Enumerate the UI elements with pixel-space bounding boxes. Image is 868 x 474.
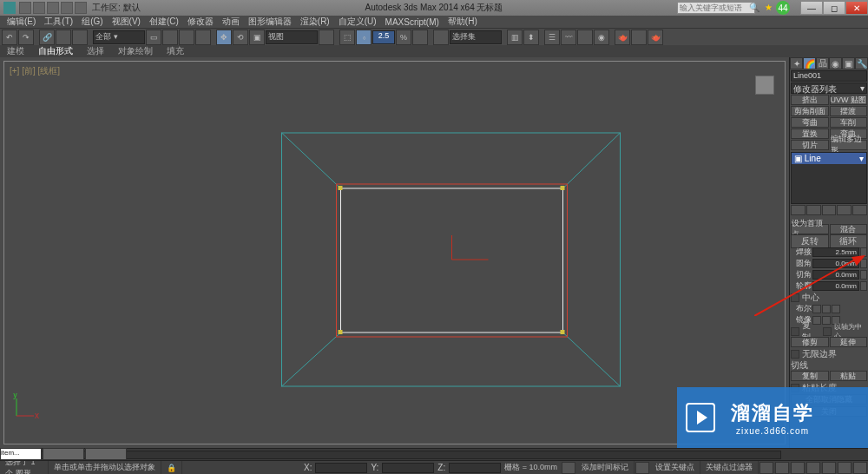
mod-displace[interactable]: 置换 xyxy=(791,128,829,139)
autokey-button[interactable] xyxy=(562,462,575,474)
layers-icon[interactable]: ☰ xyxy=(544,30,560,45)
play-prev-icon[interactable] xyxy=(760,462,773,474)
percent-snap-icon[interactable]: % xyxy=(396,30,411,45)
link-icon[interactable]: 🔗 xyxy=(39,30,55,45)
render-icon[interactable]: 🫖 xyxy=(648,30,663,45)
key-filter-label[interactable]: 关键点过滤器 xyxy=(700,461,759,474)
qa-new-icon[interactable] xyxy=(19,2,31,14)
first-vertex-button[interactable]: 设为首顶点 xyxy=(791,224,829,234)
time-slider[interactable]: 0 / 100 xyxy=(0,448,868,460)
ribbon-model[interactable]: 建模 xyxy=(7,45,24,57)
copy-checkbox[interactable] xyxy=(791,327,799,336)
menu-graph[interactable]: 图形编辑器 xyxy=(245,16,295,28)
refcoord-dropdown[interactable]: 视图 xyxy=(266,30,318,44)
workspace-label[interactable]: 工作区: 默认 xyxy=(92,2,141,14)
close-button[interactable]: ✕ xyxy=(845,1,868,15)
render-frame-icon[interactable] xyxy=(631,30,647,45)
outline-spinner[interactable] xyxy=(860,281,867,291)
help-search-input[interactable] xyxy=(677,2,755,14)
weld-value[interactable]: 2.5mm xyxy=(812,247,859,257)
x-field[interactable] xyxy=(315,463,367,473)
time-track[interactable] xyxy=(21,451,781,459)
search-icon[interactable]: 🔍 xyxy=(748,1,760,13)
qa-save-icon[interactable] xyxy=(47,2,59,14)
tab-create-icon[interactable]: ✦ xyxy=(790,57,803,69)
named-sel-dropdown[interactable]: 选择集 xyxy=(450,30,502,44)
set-key-label[interactable]: 设置关键点 xyxy=(650,461,700,474)
mod-chamfer[interactable]: 剪角削面 xyxy=(791,106,829,116)
menu-create[interactable]: 创建(C) xyxy=(146,16,182,28)
menu-customize[interactable]: 自定义(U) xyxy=(335,16,380,28)
fuse-button[interactable]: 混合 xyxy=(830,224,868,234)
setkey-button[interactable] xyxy=(635,462,649,474)
object-name-field[interactable]: Line001 xyxy=(791,70,867,82)
mod-slice[interactable]: 切片 xyxy=(791,140,829,150)
center-checkbox[interactable] xyxy=(791,293,799,302)
weld-spinner[interactable] xyxy=(860,247,867,257)
mod-bend[interactable]: 弯曲 xyxy=(791,117,829,128)
viewport-front[interactable]: [+] [前] [线框] xyxy=(3,61,786,444)
mod-lathe[interactable]: 车削 xyxy=(830,117,868,128)
angle-snap-icon[interactable]: ⬨ xyxy=(356,30,372,45)
bind-icon[interactable] xyxy=(72,30,88,45)
selection-filter[interactable]: 全部 ▾ xyxy=(93,30,145,44)
scale-icon[interactable]: ▣ xyxy=(249,30,265,45)
nav-pan-icon[interactable] xyxy=(806,462,820,474)
menu-render[interactable]: 渲染(R) xyxy=(297,16,333,28)
bool-union-icon[interactable] xyxy=(812,305,821,313)
tab-motion-icon[interactable]: ◉ xyxy=(829,57,842,69)
fillet-value[interactable]: 0.0mm xyxy=(812,259,859,268)
remove-mod-icon[interactable] xyxy=(837,205,852,215)
pin-stack-icon[interactable] xyxy=(791,205,806,215)
ribbon-freeform[interactable]: 自由形式 xyxy=(38,45,73,57)
mod-extrude[interactable]: 挤出 xyxy=(791,95,829,105)
maximize-button[interactable]: ◻ xyxy=(823,1,845,15)
qa-undo-icon[interactable] xyxy=(61,2,73,14)
bool-sub-icon[interactable] xyxy=(822,305,831,313)
app-icon[interactable] xyxy=(3,2,16,14)
help-cloud-icon[interactable]: 44 xyxy=(776,1,790,15)
unique-icon[interactable] xyxy=(822,205,837,215)
redo-icon[interactable]: ↷ xyxy=(18,30,34,45)
stack-item-line[interactable]: ▣ Line▾ xyxy=(792,153,866,164)
menu-group[interactable]: 组(G) xyxy=(78,16,106,28)
thumb-1[interactable]: item... xyxy=(0,448,42,460)
ribbon-fill[interactable]: 填充 xyxy=(167,45,184,57)
menu-animation[interactable]: 动画 xyxy=(219,16,243,28)
menu-edit[interactable]: 编辑(E) xyxy=(3,16,39,28)
add-time-tag[interactable]: 添加时间标记 xyxy=(576,461,635,474)
play-next-icon[interactable] xyxy=(791,462,805,474)
unlink-icon[interactable] xyxy=(56,30,71,45)
region-icon[interactable] xyxy=(179,30,194,45)
thumb-3[interactable] xyxy=(85,448,127,460)
axis-checkbox[interactable] xyxy=(823,327,832,336)
play-icon-btn[interactable] xyxy=(775,462,789,474)
show-end-icon[interactable] xyxy=(806,205,821,215)
lock-icon[interactable]: 🔒 xyxy=(161,461,182,474)
chamfer-spinner[interactable] xyxy=(860,270,867,280)
qa-redo-icon[interactable] xyxy=(75,2,87,14)
ribbon-objpaint[interactable]: 对象绘制 xyxy=(118,45,153,57)
z-field[interactable] xyxy=(449,463,501,473)
mirror-icon[interactable]: ▥ xyxy=(507,30,523,45)
extend-button[interactable]: 延伸 xyxy=(830,337,868,347)
pivot-icon[interactable] xyxy=(319,30,334,45)
thumb-2[interactable] xyxy=(43,448,84,460)
render-setup-icon[interactable]: 🫖 xyxy=(615,30,630,45)
tab-utilities-icon[interactable]: 🔧 xyxy=(855,57,868,69)
undo-icon[interactable]: ↶ xyxy=(2,30,17,45)
tab-modify-icon[interactable]: 🌈 xyxy=(803,57,816,69)
snap-spinner[interactable]: 2.5 xyxy=(372,30,395,44)
move-icon[interactable]: ✥ xyxy=(216,30,232,45)
menu-help[interactable]: 帮助(H) xyxy=(444,16,481,28)
tab-hierarchy-icon[interactable]: 品 xyxy=(816,57,829,69)
menu-tools[interactable]: 工具(T) xyxy=(41,16,76,28)
fillet-spinner[interactable] xyxy=(860,259,867,268)
mod-uvw[interactable]: UVW 贴图 xyxy=(830,95,868,105)
named-sel-icon[interactable] xyxy=(433,30,449,45)
material-icon[interactable]: ◉ xyxy=(594,30,609,45)
align-icon[interactable]: ⬍ xyxy=(523,30,539,45)
nav-orbit-icon[interactable] xyxy=(838,462,852,474)
mod-ferry[interactable]: 摆渡 xyxy=(830,106,868,116)
minimize-button[interactable]: — xyxy=(800,1,823,15)
